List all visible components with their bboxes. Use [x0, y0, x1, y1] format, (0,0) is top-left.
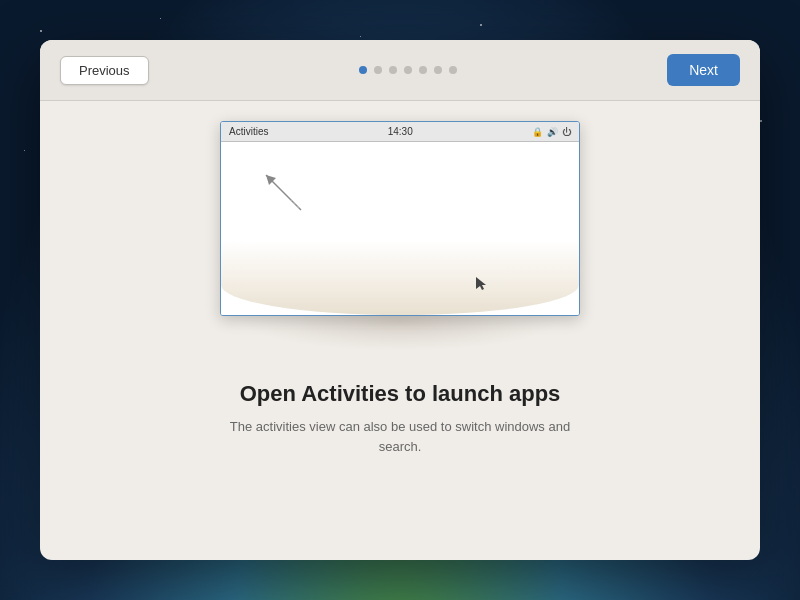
dot-5 — [419, 66, 427, 74]
next-button[interactable]: Next — [667, 54, 740, 86]
dot-1 — [359, 66, 367, 74]
svg-marker-3 — [476, 277, 486, 290]
screenshot-container: Activities 14:30 🔒 🔊 ⏻ — [220, 121, 580, 321]
gnome-screenshot: Activities 14:30 🔒 🔊 ⏻ — [220, 121, 580, 316]
onboarding-dialog: Previous Next Activities 14:30 🔒 — [40, 40, 760, 560]
main-title: Open Activities to launch apps — [210, 381, 590, 407]
clock-label: 14:30 — [388, 126, 413, 137]
screen-topbar: Activities 14:30 🔒 🔊 ⏻ — [221, 122, 579, 142]
dot-3 — [389, 66, 397, 74]
dot-2 — [374, 66, 382, 74]
power-icon: ⏻ — [562, 127, 571, 137]
system-tray: 🔒 🔊 ⏻ — [532, 127, 571, 137]
mouse-cursor — [251, 160, 311, 220]
toolbar: Previous Next — [40, 40, 760, 101]
dot-7 — [449, 66, 457, 74]
cursor-position — [476, 277, 484, 285]
volume-icon: 🔊 — [547, 127, 558, 137]
page-dots — [359, 66, 457, 74]
content-area: Activities 14:30 🔒 🔊 ⏻ — [40, 101, 760, 560]
previous-button[interactable]: Previous — [60, 56, 149, 85]
screen-surface — [221, 240, 579, 315]
subtitle-text: The activities view can also be used to … — [210, 417, 590, 456]
screen-body — [221, 142, 579, 315]
text-section: Open Activities to launch apps The activ… — [210, 381, 590, 456]
dot-6 — [434, 66, 442, 74]
dot-4 — [404, 66, 412, 74]
lock-icon: 🔒 — [532, 127, 543, 137]
activities-label: Activities — [229, 126, 268, 137]
